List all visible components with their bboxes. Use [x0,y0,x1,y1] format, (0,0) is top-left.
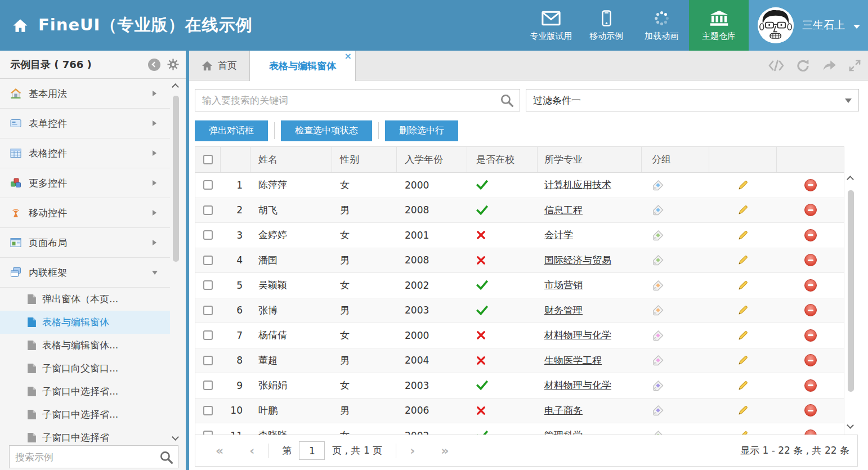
share-icon[interactable] [821,59,837,72]
sidebar-subitem[interactable]: 表格与编辑窗体... [0,334,170,357]
major-link[interactable]: 材料物理与化学 [544,329,611,342]
edit-pencil-icon[interactable] [737,429,749,435]
row-checkbox[interactable] [203,406,213,415]
action-button[interactable]: 检查选中项状态 [281,120,372,141]
edit-pencil-icon[interactable] [737,254,749,266]
row-checkbox[interactable] [203,280,213,290]
expand-icon[interactable] [848,59,861,72]
row-checkbox[interactable] [203,431,213,435]
major-link[interactable]: 市场营销 [544,279,583,292]
sidebar-category[interactable]: 页面布局 [0,228,170,258]
header-action-spinner-icon[interactable]: 加载动画 [634,0,689,51]
scroll-down-icon[interactable] [847,422,854,429]
code-icon[interactable] [768,60,785,71]
first-page-button[interactable]: « [216,445,223,457]
row-checkbox[interactable] [203,381,213,390]
delete-icon[interactable] [804,304,817,316]
sidebar-category[interactable]: 表格控件 [0,138,170,168]
tag-icon [652,354,664,366]
header-action-bank-icon[interactable]: 主题仓库 [689,0,749,51]
header-action-mobile-icon[interactable]: 移动示例 [579,0,634,51]
sidebar-category[interactable]: 表单控件 [0,109,170,138]
tab-active[interactable]: 表格与编辑窗体× [249,51,356,81]
major-link[interactable]: 材料物理与化学 [544,379,611,392]
tab[interactable]: 首页 [189,51,249,80]
row-checkbox[interactable] [203,256,213,265]
close-icon[interactable]: × [344,51,352,61]
sidebar-subitem[interactable]: 子窗口向父窗口... [0,357,170,380]
next-page-button[interactable]: › [410,445,415,457]
sidebar-subitem[interactable]: 子窗口中选择省... [0,403,170,426]
page-number-input[interactable] [299,441,325,460]
major-link[interactable]: 财务管理 [544,304,583,317]
row-checkbox[interactable] [203,330,213,340]
gear-icon[interactable] [167,59,179,70]
edit-pencil-icon[interactable] [737,204,749,216]
edit-pencil-icon[interactable] [737,229,749,241]
cell-gender: 男 [332,248,397,273]
major-link[interactable]: 信息工程 [544,204,583,217]
sidebar-category[interactable]: 基本用法 [0,79,170,109]
edit-pencil-icon[interactable] [737,179,749,191]
collapse-sidebar-icon[interactable] [148,59,160,71]
edit-pencil-icon[interactable] [737,354,749,366]
major-link[interactable]: 电子商务 [544,404,583,417]
sidebar-subitem[interactable]: 子窗口中选择省 [0,426,170,444]
major-link[interactable]: 计算机应用技术 [544,178,611,191]
scroll-up-icon[interactable] [172,83,179,91]
cell-gender: 女 [332,323,397,348]
edit-pencil-icon[interactable] [737,379,749,392]
edit-pencil-icon[interactable] [737,279,749,292]
row-checkbox[interactable] [203,306,213,315]
sidebar-subitem[interactable]: 子窗口中选择省... [0,380,170,403]
sidebar-title: 示例目录 ( 766 ) [10,58,148,71]
edit-pencil-icon[interactable] [737,329,749,342]
delete-icon[interactable] [804,179,817,191]
row-checkbox[interactable] [203,205,213,215]
major-link[interactable]: 会计学 [544,229,573,241]
delete-icon[interactable] [804,279,817,292]
search-icon[interactable] [159,450,173,467]
major-link[interactable]: 国际经济与贸易 [544,254,611,267]
check-icon [467,273,538,298]
sidebar-menu: 基本用法表单控件表格控件更多控件移动控件页面布局内联框架弹出窗体（本页...表格… [0,79,170,444]
scroll-down-icon[interactable] [172,433,179,441]
action-button[interactable]: 删除选中行 [385,120,458,141]
delete-icon[interactable] [804,429,817,435]
delete-icon[interactable] [804,254,817,266]
sidebar-subitem[interactable]: 表格与编辑窗体 [0,311,170,334]
scroll-up-icon[interactable] [847,176,854,183]
delete-icon[interactable] [804,329,817,342]
filter-dropdown[interactable]: 过滤条件一 [526,89,859,111]
header-action-envelope-icon[interactable]: 专业版试用 [524,0,579,51]
row-checkbox[interactable] [203,356,213,365]
delete-icon[interactable] [804,229,817,241]
edit-pencil-icon[interactable] [737,304,749,316]
row-checkbox[interactable] [203,230,213,240]
row-checkbox[interactable] [203,180,213,190]
scrollbar-thumb[interactable] [173,96,179,262]
search-icon[interactable] [500,93,514,110]
sidebar-category[interactable]: 更多控件 [0,168,170,198]
sidebar-subitem[interactable]: 弹出窗体（本页... [0,288,170,311]
scrollbar-thumb[interactable] [848,190,854,392]
last-page-button[interactable]: » [441,445,449,457]
edit-pencil-icon[interactable] [737,404,749,417]
delete-icon[interactable] [804,204,817,216]
user-menu[interactable]: 三生石上 [749,0,868,51]
major-link[interactable]: 生物医学工程 [544,354,602,367]
delete-icon[interactable] [804,379,817,392]
prev-page-button[interactable]: ‹ [249,445,254,457]
refresh-icon[interactable] [796,59,810,73]
select-all-checkbox[interactable] [203,155,213,164]
major-link[interactable]: 管理科学 [544,429,583,435]
check-icon [467,298,538,323]
sidebar-category[interactable]: 内联框架 [0,258,170,288]
delete-icon[interactable] [804,354,817,366]
sidebar-header: 示例目录 ( 766 ) [0,51,186,79]
action-button[interactable]: 弹出对话框 [195,120,268,141]
sidebar-search-input[interactable] [10,446,178,468]
delete-icon[interactable] [804,404,817,417]
keyword-search-input[interactable] [195,89,520,111]
sidebar-category[interactable]: 移动控件 [0,198,170,228]
